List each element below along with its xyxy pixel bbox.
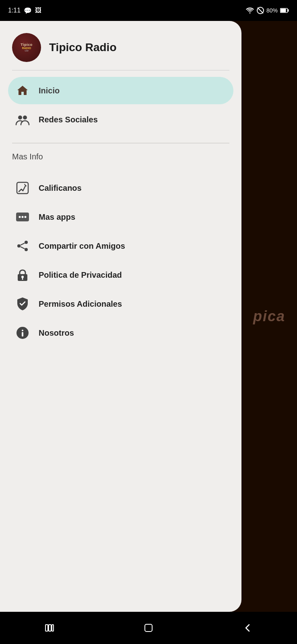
privacidad-label: Politica de Privacidad bbox=[39, 270, 122, 280]
voicemail-icon: 💬 bbox=[24, 7, 32, 14]
mas-info-section: Calificanos Mas apps bbox=[0, 168, 241, 355]
battery-icon bbox=[280, 8, 289, 13]
svg-line-17 bbox=[21, 247, 25, 249]
mas-apps-label: Mas apps bbox=[39, 213, 75, 222]
drawer-header: Tipico RADIO GM Tipico Radio bbox=[0, 21, 241, 70]
compartir-label: Compartir con Amigos bbox=[39, 242, 125, 251]
bottom-nav-bar bbox=[0, 612, 297, 644]
star-edit-icon bbox=[14, 180, 31, 196]
app-logo: Tipico RADIO GM bbox=[12, 33, 41, 62]
sidebar-item-redes-sociales[interactable]: Redes Sociales bbox=[8, 106, 233, 133]
dark-background: pica bbox=[241, 21, 297, 612]
dark-bg-text: pica bbox=[253, 308, 285, 325]
svg-point-14 bbox=[17, 244, 21, 248]
lock-icon bbox=[14, 267, 31, 283]
status-bar: 1:11 💬 🖼 80% bbox=[0, 0, 297, 21]
sidebar-item-compartir[interactable]: Compartir con Amigos bbox=[8, 232, 233, 260]
svg-line-2 bbox=[258, 8, 263, 13]
time-display: 1:11 bbox=[8, 7, 21, 14]
back-button[interactable] bbox=[235, 620, 260, 636]
sidebar-item-nosotros[interactable]: Nosotros bbox=[8, 319, 233, 347]
svg-rect-24 bbox=[45, 625, 48, 631]
svg-rect-27 bbox=[145, 624, 152, 632]
svg-rect-26 bbox=[52, 625, 54, 631]
svg-point-15 bbox=[25, 248, 28, 251]
svg-rect-5 bbox=[281, 9, 286, 12]
share-icon bbox=[14, 238, 31, 254]
svg-point-0 bbox=[249, 12, 250, 14]
svg-point-13 bbox=[25, 241, 28, 244]
status-right: 80% bbox=[245, 7, 289, 14]
inicio-label: Inicio bbox=[39, 86, 60, 95]
svg-point-11 bbox=[22, 216, 24, 218]
sidebar-item-inicio[interactable]: Inicio bbox=[8, 77, 233, 104]
calificanos-label: Calificanos bbox=[39, 184, 82, 193]
mas-info-section-label: Mas Info bbox=[0, 148, 241, 168]
svg-rect-23 bbox=[22, 332, 23, 336]
sidebar-item-permisos[interactable]: Permisos Adicionales bbox=[8, 290, 233, 318]
apps-icon bbox=[14, 209, 31, 225]
svg-rect-4 bbox=[288, 9, 289, 12]
svg-point-6 bbox=[18, 116, 22, 120]
info-icon bbox=[14, 325, 31, 341]
logo-radio-text: RADIO bbox=[21, 47, 32, 50]
battery-text: 80% bbox=[266, 7, 278, 14]
app-title: Tipico Radio bbox=[49, 41, 117, 54]
screen-area: Tipico RADIO GM Tipico Radio Inicio bbox=[0, 21, 297, 612]
wifi-icon bbox=[245, 7, 254, 14]
svg-point-10 bbox=[19, 216, 21, 218]
main-nav-section: Inicio Redes Sociales bbox=[0, 70, 241, 141]
section-divider bbox=[12, 143, 229, 143]
home-icon bbox=[14, 83, 31, 99]
sidebar-item-calificanos[interactable]: Calificanos bbox=[8, 174, 233, 202]
people-icon bbox=[14, 111, 31, 128]
sidebar-item-privacidad[interactable]: Politica de Privacidad bbox=[8, 261, 233, 289]
redes-sociales-label: Redes Sociales bbox=[39, 115, 98, 124]
svg-line-16 bbox=[21, 243, 25, 245]
shield-check-icon bbox=[14, 296, 31, 312]
logo-gm-text: GM bbox=[21, 50, 32, 52]
home-button[interactable] bbox=[136, 620, 161, 636]
svg-point-12 bbox=[25, 216, 27, 218]
status-left: 1:11 💬 🖼 bbox=[8, 7, 41, 14]
svg-point-22 bbox=[22, 330, 23, 331]
sidebar-item-mas-apps[interactable]: Mas apps bbox=[8, 203, 233, 231]
dnd-icon bbox=[257, 7, 264, 14]
recents-button[interactable] bbox=[37, 620, 62, 636]
svg-rect-25 bbox=[49, 625, 51, 631]
nosotros-label: Nosotros bbox=[39, 328, 74, 338]
permisos-label: Permisos Adicionales bbox=[39, 299, 122, 309]
svg-point-7 bbox=[23, 116, 27, 120]
logo-tipico-text: Tipico bbox=[21, 43, 32, 47]
navigation-drawer: Tipico RADIO GM Tipico Radio Inicio bbox=[0, 21, 241, 612]
svg-point-19 bbox=[21, 276, 24, 278]
gallery-icon: 🖼 bbox=[35, 7, 41, 14]
